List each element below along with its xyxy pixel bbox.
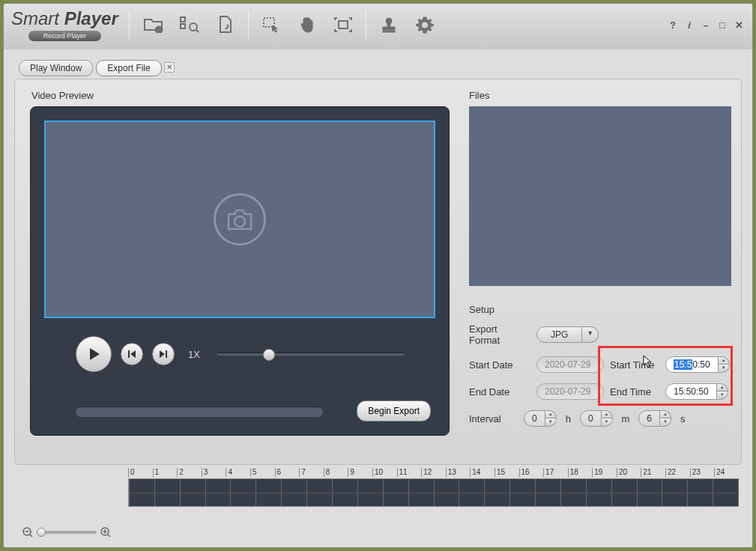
svg-point-4: [190, 23, 197, 31]
end-date-input[interactable]: 2020-07-29: [536, 383, 604, 400]
timeline-tick-label: 11: [397, 468, 422, 477]
export-format-value: JPG: [536, 326, 582, 343]
unit-s: s: [680, 413, 686, 424]
spin-up-icon[interactable]: ▲: [660, 411, 671, 418]
timeline-tick-label: 24: [714, 468, 739, 477]
svg-rect-9: [387, 23, 390, 27]
video-preview-panel: 1X Begin Export: [30, 106, 450, 436]
app-subtitle: Record Player: [28, 31, 101, 41]
start-date-label: Start Date: [469, 359, 530, 371]
stamp-button[interactable]: [372, 10, 405, 40]
interval-label: Interval: [469, 413, 518, 424]
svg-rect-2: [181, 17, 185, 22]
app-window: Smart Player Record Player + ? i – □ ✕ P…: [3, 3, 753, 548]
svg-rect-3: [181, 24, 185, 28]
timeline-ruler: 0123456789101112131415161718192021222324: [128, 468, 739, 477]
interval-h-value[interactable]: 0: [524, 410, 545, 427]
unit-h: h: [566, 413, 571, 424]
interval-s-value[interactable]: 6: [638, 410, 660, 427]
spin-down-icon[interactable]: ▼: [602, 418, 612, 425]
spin-down-icon[interactable]: ▼: [545, 418, 556, 425]
zoom-out-button[interactable]: [22, 526, 34, 538]
spin-up-icon[interactable]: ▲: [545, 411, 556, 418]
info-button[interactable]: i: [683, 19, 695, 31]
timeline-panel: 0123456789101112131415161718192021222324: [128, 468, 739, 520]
begin-export-button[interactable]: Begin Export: [357, 401, 431, 421]
dropdown-arrow-icon[interactable]: ▼: [582, 326, 599, 343]
playback-speed-label: 1X: [188, 349, 200, 360]
svg-point-12: [235, 216, 245, 227]
play-button[interactable]: [76, 336, 112, 372]
timeline-tick-label: 8: [324, 468, 348, 477]
timeline-tick-label: 13: [446, 468, 471, 477]
timeline-tick-label: 5: [250, 468, 275, 477]
end-date-label: End Date: [469, 386, 530, 398]
setup-label: Setup: [469, 304, 495, 315]
start-date-input[interactable]: 2020-07-29: [536, 356, 604, 373]
step-forward-button[interactable]: [152, 343, 175, 365]
timeline-zoom-controls: [22, 526, 112, 538]
files-label: Files: [469, 90, 489, 101]
settings-gear-button[interactable]: [408, 10, 441, 40]
spin-up-icon[interactable]: ▲: [602, 411, 612, 418]
video-viewport[interactable]: [44, 121, 435, 318]
svg-text:+: +: [157, 26, 160, 33]
files-listbox[interactable]: [469, 106, 731, 286]
timeline-tick-label: 23: [690, 468, 715, 477]
export-format-label: Export Format: [469, 323, 530, 346]
timeline-tick-label: 20: [617, 468, 641, 477]
timeline-tick-label: 6: [275, 468, 300, 477]
separator: [366, 10, 366, 39]
maximize-button[interactable]: □: [716, 19, 728, 31]
timeline-tick-label: 22: [665, 468, 690, 477]
tab-export-file[interactable]: Export File ✕: [96, 60, 161, 76]
toolbar: +: [137, 10, 441, 40]
svg-rect-7: [339, 21, 348, 28]
pan-hand-button[interactable]: [291, 10, 324, 40]
slider-thumb[interactable]: [263, 349, 275, 361]
timeline-tick-label: 0: [128, 468, 153, 477]
video-preview-label: Video Preview: [31, 90, 94, 101]
timeline-tick-label: 9: [348, 468, 372, 477]
help-button[interactable]: ?: [667, 19, 679, 31]
zoom-slider[interactable]: [37, 531, 97, 534]
speed-slider[interactable]: [217, 353, 404, 356]
progress-bar[interactable]: [76, 407, 323, 417]
close-button[interactable]: ✕: [733, 19, 745, 31]
timeline-tick-label: 18: [568, 468, 593, 477]
content-panel: Video Preview Files Setup 1X Begin Expor…: [14, 79, 742, 465]
timeline-tick-label: 2: [177, 468, 202, 477]
svg-rect-10: [383, 27, 395, 30]
timeline-tick-label: 1: [153, 468, 178, 477]
minimize-button[interactable]: –: [700, 19, 712, 31]
interval-h-spinner[interactable]: 0▲▼: [524, 410, 557, 427]
fullscreen-button[interactable]: [327, 10, 360, 40]
timeline-tick-label: 15: [495, 468, 519, 477]
step-back-button[interactable]: [121, 343, 143, 365]
timeline-tick-label: 12: [421, 468, 446, 477]
search-list-button[interactable]: [173, 10, 206, 40]
open-folder-button[interactable]: +: [137, 10, 170, 40]
export-format-dropdown[interactable]: JPG ▼: [536, 326, 599, 343]
timeline-grid[interactable]: [128, 478, 739, 507]
export-page-button[interactable]: [209, 10, 242, 40]
timeline-tick-label: 14: [470, 468, 495, 477]
window-controls: ? i – □ ✕: [667, 19, 745, 31]
svg-line-19: [108, 535, 110, 537]
select-area-button[interactable]: [255, 10, 288, 40]
unit-m: m: [622, 413, 630, 424]
interval-s-spinner[interactable]: 6▲▼: [638, 410, 671, 427]
app-name: Smart Player: [11, 8, 118, 29]
zoom-in-button[interactable]: [100, 526, 112, 538]
timeline-tick-label: 19: [592, 468, 617, 477]
separator: [129, 10, 130, 39]
tab-close-icon[interactable]: ✕: [164, 62, 175, 73]
zoom-thumb[interactable]: [37, 528, 46, 537]
cursor-icon: [643, 355, 653, 371]
interval-m-value[interactable]: 0: [580, 410, 602, 427]
svg-rect-13: [128, 350, 130, 358]
timeline-tick-label: 17: [543, 468, 568, 477]
spin-down-icon[interactable]: ▼: [660, 418, 671, 425]
interval-m-spinner[interactable]: 0▲▼: [580, 410, 613, 427]
tab-play-window[interactable]: Play Window: [19, 60, 93, 76]
